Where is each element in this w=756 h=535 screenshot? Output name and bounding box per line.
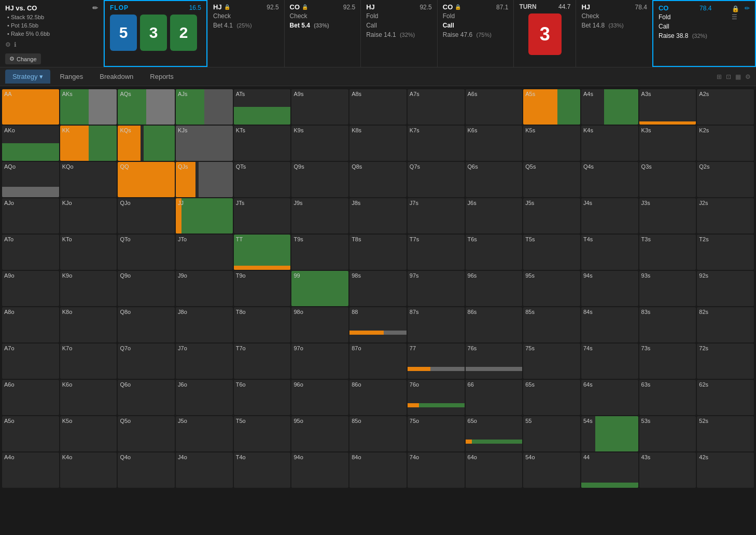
cell-qts[interactable]: QTs (234, 162, 291, 197)
cell-94o[interactable]: 94o (291, 452, 348, 488)
cell-q3s[interactable]: Q3s (639, 162, 696, 197)
cell-a3s[interactable]: A3s (639, 89, 696, 125)
cell-99[interactable]: 99 (291, 271, 348, 306)
cell-t7o[interactable]: T7o (234, 344, 291, 379)
cell-j4s[interactable]: J4s (581, 198, 638, 234)
cell-j6o[interactable]: J6o (176, 380, 233, 415)
cell-74o[interactable]: 74o (408, 452, 465, 488)
cell-ats[interactable]: ATs (234, 89, 291, 125)
cell-64o[interactable]: 64o (466, 452, 523, 488)
tab-ranges[interactable]: Ranges (52, 70, 90, 84)
cell-a6o[interactable]: A6o (2, 380, 59, 415)
cell-83s[interactable]: 83s (639, 307, 696, 342)
cell-ako[interactable]: AKo (2, 126, 59, 161)
cell-a5o[interactable]: A5o (2, 416, 59, 451)
cell-a9o[interactable]: A9o (2, 271, 59, 306)
cell-66[interactable]: 66 (466, 380, 523, 415)
cell-t7s[interactable]: T7s (408, 235, 465, 270)
cell-j7s[interactable]: J7s (408, 198, 465, 234)
cell-t4s[interactable]: T4s (581, 235, 638, 270)
cell-aqo[interactable]: AQo (2, 162, 59, 197)
cell-84s[interactable]: 84s (581, 307, 638, 342)
cell-93s[interactable]: 93s (639, 271, 696, 306)
cell-96o[interactable]: 96o (291, 380, 348, 415)
cell-97s[interactable]: 97s (408, 271, 465, 306)
grid-icon2[interactable]: ⊡ (726, 73, 731, 80)
cell-k8o[interactable]: K8o (60, 307, 117, 342)
cell-k6s[interactable]: K6s (466, 126, 523, 161)
tab-strategy[interactable]: Strategy ▾ (5, 70, 50, 84)
cell-74s[interactable]: 74s (581, 344, 638, 379)
cell-a7s[interactable]: A7s (408, 89, 465, 125)
cell-a4o[interactable]: A4o (2, 452, 59, 488)
cell-86o[interactable]: 86o (349, 380, 407, 415)
cell-q6o[interactable]: Q6o (118, 380, 175, 415)
cell-j8o[interactable]: J8o (176, 307, 233, 342)
cell-94s[interactable]: 94s (581, 271, 638, 306)
cell-qjs[interactable]: QJs (176, 162, 233, 197)
cell-63s[interactable]: 63s (639, 380, 696, 415)
cell-jj[interactable]: JJ (176, 198, 233, 234)
cell-98o[interactable]: 98o (291, 307, 348, 342)
cell-97o[interactable]: 97o (291, 344, 348, 379)
cell-q9s[interactable]: Q9s (291, 162, 348, 197)
cell-62s[interactable]: 62s (697, 380, 754, 415)
cell-95o[interactable]: 95o (291, 416, 348, 451)
cell-q2s[interactable]: Q2s (697, 162, 754, 197)
cell-k3s[interactable]: K3s (639, 126, 696, 161)
tab-breakdown[interactable]: Breakdown (92, 70, 141, 84)
cell-k8s[interactable]: K8s (349, 126, 407, 161)
cell-t2s[interactable]: T2s (697, 235, 754, 270)
cell-aa[interactable]: AA (2, 89, 59, 125)
cell-j4o[interactable]: J4o (176, 452, 233, 488)
cell-75o[interactable]: 75o (408, 416, 465, 451)
grid-icon3[interactable]: ▦ (735, 73, 741, 80)
cell-q7s[interactable]: Q7s (408, 162, 465, 197)
cell-73s[interactable]: 73s (639, 344, 696, 379)
cell-52s[interactable]: 52s (697, 416, 754, 451)
cell-qjo[interactable]: QJo (118, 198, 175, 234)
cell-75s[interactable]: 75s (523, 344, 580, 379)
cell-82s[interactable]: 82s (697, 307, 754, 342)
cell-92s[interactable]: 92s (697, 271, 754, 306)
cell-42s[interactable]: 42s (697, 452, 754, 488)
cell-k4o[interactable]: K4o (60, 452, 117, 488)
cell-ajs[interactable]: AJs (176, 89, 233, 125)
cell-a7o[interactable]: A7o (2, 344, 59, 379)
cell-tt[interactable]: TT (234, 235, 291, 270)
cell-q4s[interactable]: Q4s (581, 162, 638, 197)
cell-65s[interactable]: 65s (523, 380, 580, 415)
cell-j6s[interactable]: J6s (466, 198, 523, 234)
cell-87s[interactable]: 87s (408, 307, 465, 342)
cell-jto[interactable]: JTo (176, 235, 233, 270)
cell-t8s[interactable]: T8s (349, 235, 407, 270)
cell-t8o[interactable]: T8o (234, 307, 291, 342)
cell-j9o[interactable]: J9o (176, 271, 233, 306)
cell-76o[interactable]: 76o (408, 380, 465, 415)
cell-k5s[interactable]: K5s (523, 126, 580, 161)
cell-j9s[interactable]: J9s (291, 198, 348, 234)
cell-t5s[interactable]: T5s (523, 235, 580, 270)
cell-qq[interactable]: QQ (118, 162, 175, 197)
cell-kk[interactable]: KK (60, 126, 117, 161)
cell-t9s[interactable]: T9s (291, 235, 348, 270)
cell-t3s[interactable]: T3s (639, 235, 696, 270)
cell-54s[interactable]: 54s (581, 416, 638, 451)
cell-t6o[interactable]: T6o (234, 380, 291, 415)
cell-q6s[interactable]: Q6s (466, 162, 523, 197)
cell-a2s[interactable]: A2s (697, 89, 754, 125)
cell-98s[interactable]: 98s (349, 271, 407, 306)
edit-icon2[interactable]: ✏ (745, 5, 750, 12)
change-button[interactable]: ⚙ Change (5, 53, 41, 64)
cell-jts[interactable]: JTs (234, 198, 291, 234)
cell-84o[interactable]: 84o (349, 452, 407, 488)
cell-j3s[interactable]: J3s (639, 198, 696, 234)
cell-k2s[interactable]: K2s (697, 126, 754, 161)
cell-a4s[interactable]: A4s (581, 89, 638, 125)
cell-96s[interactable]: 96s (466, 271, 523, 306)
cell-k7s[interactable]: K7s (408, 126, 465, 161)
cell-87o[interactable]: 87o (349, 344, 407, 379)
cell-kts[interactable]: KTs (234, 126, 291, 161)
cell-53s[interactable]: 53s (639, 416, 696, 451)
cell-j7o[interactable]: J7o (176, 344, 233, 379)
